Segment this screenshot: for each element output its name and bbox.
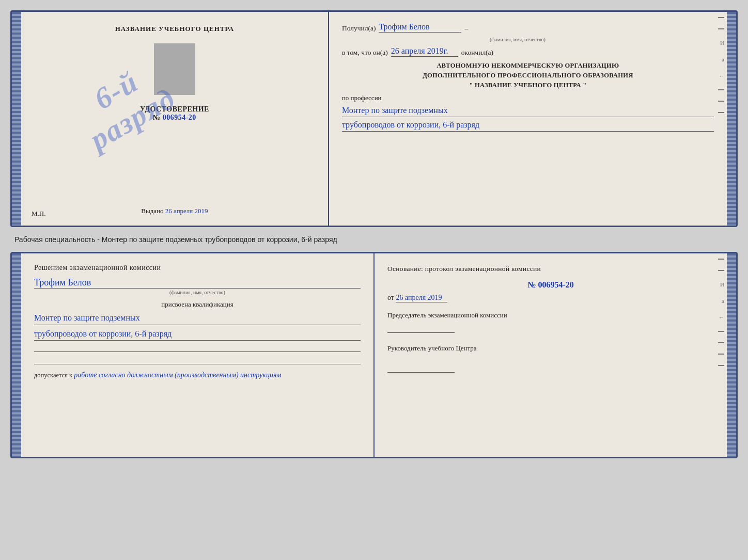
- bottom-margin-letter-a: а: [722, 298, 724, 304]
- blank-line-1: [34, 343, 361, 352]
- cert-top-left-page: НАЗВАНИЕ УЧЕБНОГО ЦЕНТРА УДОСТОВЕРЕНИЕ №…: [21, 12, 329, 226]
- bottom-margin-line-2: [718, 270, 724, 271]
- margin-letter-a: а: [722, 56, 724, 62]
- basis-label: Основание: протокол экзаменационной коми…: [387, 264, 714, 274]
- bottom-margin-line-3: [718, 331, 724, 332]
- cert-number: № 006954-20: [153, 114, 196, 121]
- bottom-right-margin-decoration: И а ←: [718, 259, 724, 366]
- specialty-label: Рабочая специальность - Монтер по защите…: [10, 232, 738, 247]
- received-name: Трофим Белов: [379, 22, 461, 33]
- margin-line-1: [718, 17, 724, 18]
- profession-line2: трубопроводов от коррозии, 6-й разряд: [342, 119, 714, 132]
- profession-line1: Монтер по защите подземных: [342, 104, 714, 117]
- bottom-margin-letter-i: И: [720, 281, 724, 287]
- bottom-left-binding-strip: [12, 253, 21, 457]
- bottom-margin-line-1: [718, 259, 724, 260]
- received-row: Получил(а) Трофим Белов –: [342, 22, 714, 33]
- admission-text: допускается к работе согласно должностны…: [34, 370, 361, 380]
- cert-top-title: НАЗВАНИЕ УЧЕБНОГО ЦЕНТРА: [115, 25, 235, 33]
- right-binding-strip: [727, 12, 736, 226]
- margin-line-5: [718, 112, 724, 113]
- admission-value: работе согласно должностным (производств…: [74, 371, 281, 379]
- cert-bottom-left-page: Решением экзаменационной комиссии Трофим…: [21, 253, 375, 457]
- in-that-row: в том, что он(а) 26 апреля 2019г. окончи…: [342, 46, 714, 57]
- cert-subtitle: УДОСТОВЕРЕНИЕ № 006954-20: [140, 105, 209, 122]
- bottom-certificate: Решением экзаменационной комиссии Трофим…: [10, 252, 738, 458]
- chairman-sig-line: [387, 324, 455, 333]
- mp-seal-label: М.П.: [32, 210, 45, 218]
- right-margin-decoration: И а ←: [718, 17, 724, 113]
- blank-line-2: [34, 355, 361, 364]
- cert-issued: Выдано 26 апреля 2019: [141, 202, 208, 215]
- qual-assigned-label: присвоена квалификация: [34, 300, 361, 309]
- chairman-label: Председатель экзаменационной комиссии: [387, 310, 714, 333]
- bottom-name-sublabel: (фамилия, имя, отчество): [34, 290, 361, 295]
- margin-line-4: [718, 101, 724, 102]
- margin-letter-i: И: [720, 40, 724, 46]
- margin-line-2: [718, 28, 724, 29]
- page-container: НАЗВАНИЕ УЧЕБНОГО ЦЕНТРА УДОСТОВЕРЕНИЕ №…: [10, 10, 738, 458]
- bottom-margin-line-6: [718, 365, 724, 366]
- completion-date: 26 апреля 2019г.: [391, 46, 458, 57]
- bottom-margin-line-4: [718, 342, 724, 343]
- head-label: Руководитель учебного Центра: [387, 343, 714, 373]
- cert-bottom-right-page: Основание: протокол экзаменационной коми…: [375, 253, 727, 457]
- org-text: АВТОНОМНУЮ НЕКОММЕРЧЕСКУЮ ОРГАНИЗАЦИЮ ДО…: [342, 61, 714, 90]
- protocol-number: № 006954-20: [387, 280, 714, 290]
- photo-placeholder: [154, 43, 195, 95]
- protocol-date: от 26 апреля 2019: [387, 294, 714, 302]
- bottom-name: Трофим Белов: [34, 277, 361, 289]
- protocol-date-value: 26 апреля 2019: [396, 294, 447, 302]
- head-sig-line: [387, 363, 455, 373]
- qual-line2: трубопроводов от коррозии, 6-й разряд: [34, 327, 361, 341]
- margin-line-3: [718, 89, 724, 90]
- qual-line1: Монтер по защите подземных: [34, 311, 361, 325]
- bottom-margin-line-5: [718, 354, 724, 355]
- margin-letter-arrow: ←: [719, 73, 724, 79]
- top-certificate: НАЗВАНИЕ УЧЕБНОГО ЦЕНТРА УДОСТОВЕРЕНИЕ №…: [10, 10, 738, 227]
- bottom-margin-letter-arrow: ←: [719, 314, 724, 321]
- cert-top-right-page: Получил(а) Трофим Белов – (фамилия, имя,…: [329, 12, 727, 226]
- bottom-title: Решением экзаменационной комиссии: [34, 264, 361, 272]
- bottom-right-binding-strip: [727, 253, 736, 457]
- profession-label: по профессии: [342, 94, 714, 102]
- left-binding-strip: [12, 12, 21, 226]
